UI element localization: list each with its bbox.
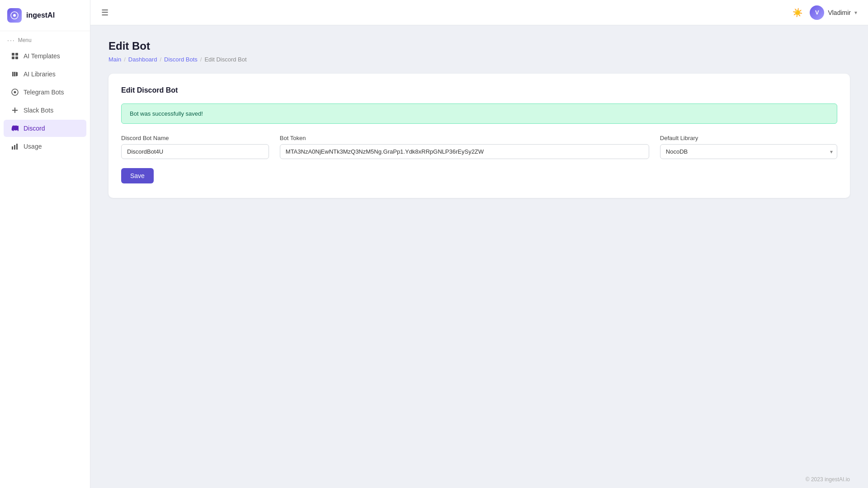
footer: © 2023 ingestAI.io bbox=[90, 471, 868, 488]
success-alert: Bot was successfully saved! bbox=[121, 103, 837, 124]
form-row-fields: Discord Bot Name Bot Token Default Libra… bbox=[121, 135, 837, 159]
svg-point-7 bbox=[14, 91, 16, 94]
sidebar-item-telegram-bots-label: Telegram Bots bbox=[24, 89, 64, 96]
default-library-label: Default Library bbox=[660, 135, 837, 141]
bot-token-label: Bot Token bbox=[280, 135, 649, 141]
usage-icon bbox=[11, 142, 19, 150]
form-group-default-library: Default Library NocoDB Other ▾ bbox=[660, 135, 837, 159]
ai-templates-icon bbox=[11, 52, 19, 60]
breadcrumb-discord-bots[interactable]: Discord Bots bbox=[164, 56, 198, 63]
menu-text: Menu bbox=[18, 37, 32, 43]
sidebar-item-ai-templates[interactable]: AI Templates bbox=[4, 47, 86, 65]
success-message: Bot was successfully saved! bbox=[130, 110, 203, 117]
page-content: Edit Bot Main / Dashboard / Discord Bots… bbox=[90, 25, 868, 471]
sidebar-item-slack-bots-label: Slack Bots bbox=[24, 107, 53, 114]
sidebar-item-discord[interactable]: Discord bbox=[4, 120, 86, 137]
logo-text: ingestAI bbox=[26, 11, 55, 19]
telegram-bots-icon bbox=[11, 88, 19, 96]
form-card-title: Edit Discord Bot bbox=[121, 86, 837, 94]
breadcrumb-edit-discord-bot: Edit Discord Bot bbox=[204, 56, 246, 63]
sidebar-item-slack-bots[interactable]: Slack Bots bbox=[4, 102, 86, 119]
svg-rect-5 bbox=[15, 56, 18, 59]
bot-token-input[interactable] bbox=[280, 144, 649, 159]
sidebar-item-ai-libraries[interactable]: AI Libraries bbox=[4, 66, 86, 83]
topbar-right: ☀️ V Vladimir ▾ bbox=[793, 5, 857, 20]
menu-dots: ··· bbox=[7, 37, 15, 44]
default-library-select[interactable]: NocoDB Other bbox=[660, 144, 837, 159]
bot-name-input[interactable] bbox=[121, 144, 269, 159]
sidebar: ingestAI ··· Menu AI Templates AI Librar… bbox=[0, 0, 90, 488]
breadcrumb-main[interactable]: Main bbox=[108, 56, 121, 63]
sidebar-item-ai-libraries-label: AI Libraries bbox=[24, 70, 56, 78]
sidebar-item-discord-label: Discord bbox=[24, 125, 45, 132]
sidebar-item-ai-templates-label: AI Templates bbox=[24, 52, 60, 60]
page-title: Edit Bot bbox=[108, 40, 850, 52]
sidebar-nav: AI Templates AI Libraries Telegram Bots … bbox=[0, 47, 90, 156]
svg-point-1 bbox=[13, 14, 16, 17]
theme-toggle-icon[interactable]: ☀️ bbox=[793, 8, 802, 18]
hamburger-icon[interactable]: ☰ bbox=[101, 8, 108, 18]
ai-libraries-icon bbox=[11, 70, 19, 78]
avatar-initials: V bbox=[815, 9, 819, 16]
slack-bots-icon bbox=[11, 106, 19, 114]
breadcrumb-sep-1: / bbox=[124, 56, 126, 63]
svg-rect-12 bbox=[16, 144, 18, 150]
form-card: Edit Discord Bot Bot was successfully sa… bbox=[108, 74, 850, 198]
save-button[interactable]: Save bbox=[121, 168, 154, 183]
breadcrumb-sep-2: / bbox=[160, 56, 161, 63]
logo-icon bbox=[7, 8, 22, 23]
svg-rect-2 bbox=[12, 53, 14, 56]
discord-icon bbox=[11, 124, 19, 132]
bot-name-label: Discord Bot Name bbox=[121, 135, 269, 141]
svg-rect-4 bbox=[12, 56, 14, 59]
main-area: ☰ ☀️ V Vladimir ▾ Edit Bot Main / Dashbo… bbox=[90, 0, 868, 488]
avatar: V bbox=[810, 5, 824, 20]
topbar: ☰ ☀️ V Vladimir ▾ bbox=[90, 0, 868, 25]
sidebar-item-usage[interactable]: Usage bbox=[4, 138, 86, 155]
default-library-select-wrapper: NocoDB Other ▾ bbox=[660, 144, 837, 159]
breadcrumb-sep-3: / bbox=[200, 56, 202, 63]
topbar-left: ☰ bbox=[101, 8, 108, 18]
sidebar-item-usage-label: Usage bbox=[24, 143, 42, 150]
svg-rect-10 bbox=[12, 146, 13, 150]
breadcrumb: Main / Dashboard / Discord Bots / Edit D… bbox=[108, 56, 850, 63]
sidebar-logo: ingestAI bbox=[0, 0, 90, 31]
svg-rect-3 bbox=[15, 53, 18, 56]
form-group-bot-name: Discord Bot Name bbox=[121, 135, 269, 159]
sidebar-menu-label: ··· Menu bbox=[0, 31, 90, 47]
footer-text: © 2023 ingestAI.io bbox=[806, 476, 850, 483]
user-name: Vladimir bbox=[828, 9, 851, 16]
sidebar-item-telegram-bots[interactable]: Telegram Bots bbox=[4, 84, 86, 101]
user-info[interactable]: V Vladimir ▾ bbox=[810, 5, 857, 20]
form-group-bot-token: Bot Token bbox=[280, 135, 649, 159]
breadcrumb-dashboard[interactable]: Dashboard bbox=[128, 56, 157, 63]
user-chevron-icon: ▾ bbox=[854, 9, 857, 16]
svg-rect-11 bbox=[14, 145, 15, 150]
